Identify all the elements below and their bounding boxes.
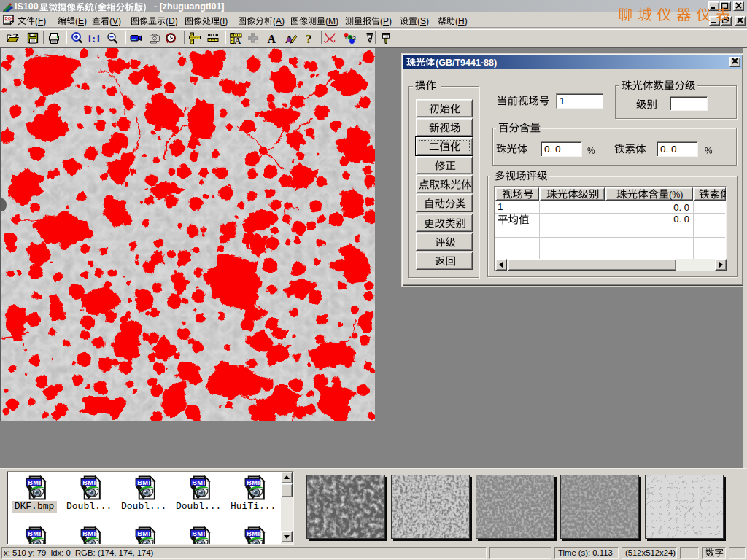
svg-text:BMP: BMP: [247, 479, 263, 486]
svg-text:1: 1: [344, 34, 348, 41]
svg-text:A: A: [268, 33, 276, 45]
svg-text:BMP: BMP: [28, 530, 44, 537]
svg-text:BMP: BMP: [28, 479, 44, 486]
svg-text:BMP: BMP: [247, 530, 263, 537]
svg-text:3: 3: [353, 35, 357, 42]
svg-text:DOC: DOC: [5, 16, 15, 21]
svg-text:1:1: 1:1: [87, 33, 100, 44]
svg-text:BMP: BMP: [82, 479, 98, 486]
svg-text:BMP: BMP: [192, 479, 208, 486]
svg-text:BMP: BMP: [192, 530, 208, 537]
svg-text:?: ?: [306, 32, 312, 45]
svg-text:BMP: BMP: [137, 530, 153, 537]
svg-text:a: a: [349, 34, 352, 41]
svg-text:BMP: BMP: [137, 479, 153, 486]
svg-text:BMP: BMP: [82, 530, 98, 537]
svg-text:A: A: [235, 36, 241, 46]
